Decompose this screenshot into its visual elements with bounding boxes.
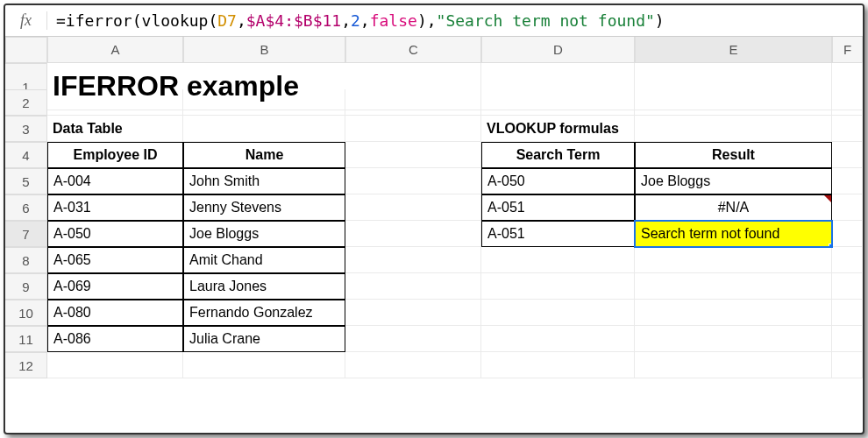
cell[interactable] [481, 326, 635, 352]
table-row[interactable]: A-050 [481, 168, 635, 194]
cell[interactable] [635, 273, 832, 300]
cell[interactable] [481, 300, 635, 326]
table-row[interactable]: Laura Jones [183, 273, 345, 300]
cell[interactable] [832, 116, 863, 142]
cell[interactable] [635, 89, 832, 116]
cell[interactable] [47, 89, 183, 116]
table-row[interactable]: A-050 [47, 221, 183, 247]
formula-paren: ( [208, 11, 217, 30]
cell[interactable] [832, 89, 863, 116]
selected-cell[interactable]: Search term not found [635, 221, 832, 247]
row-header-5[interactable]: 5 [5, 168, 47, 194]
cell[interactable] [345, 116, 481, 142]
section-label-data-table[interactable]: Data Table [47, 116, 183, 142]
cell[interactable] [832, 221, 863, 247]
formula-comma: , [237, 11, 246, 30]
result-na-cell[interactable]: #N/A [635, 194, 832, 221]
cell[interactable] [832, 300, 863, 326]
row-header-3[interactable]: 3 [5, 116, 47, 142]
cell[interactable] [345, 221, 481, 247]
col-header-C[interactable]: C [345, 37, 481, 63]
col-header-D[interactable]: D [481, 37, 635, 63]
col-header-A[interactable]: A [47, 37, 183, 63]
cell[interactable] [832, 273, 863, 300]
cell[interactable] [345, 300, 481, 326]
cell[interactable] [635, 116, 832, 142]
cell[interactable] [481, 247, 635, 273]
row-header-6[interactable]: 6 [5, 194, 47, 221]
section-label-vlookup[interactable]: VLOOKUP formulas [481, 116, 635, 142]
table-row[interactable]: A-051 [481, 194, 635, 221]
cell[interactable] [345, 273, 481, 300]
cell[interactable] [481, 273, 635, 300]
formula-arg-range: $A$4:$B$11 [246, 11, 341, 30]
col-header-E[interactable]: E [635, 37, 832, 63]
formula-paren: ) [417, 11, 427, 30]
table-header-employee-id[interactable]: Employee ID [47, 142, 183, 168]
cell[interactable] [345, 194, 481, 221]
table-header-result[interactable]: Result [635, 142, 832, 168]
table-row[interactable]: A-086 [47, 326, 183, 352]
cell[interactable] [345, 89, 481, 116]
table-header-search-term[interactable]: Search Term [481, 142, 635, 168]
table-row[interactable]: Amit Chand [183, 247, 345, 273]
table-row[interactable]: A-031 [47, 194, 183, 221]
col-header-B[interactable]: B [183, 37, 345, 63]
row-header-8[interactable]: 8 [5, 247, 47, 273]
row-header-12[interactable]: 12 [5, 352, 47, 378]
row-header-4[interactable]: 4 [5, 142, 47, 168]
table-row[interactable]: A-051 [481, 221, 635, 247]
cell[interactable] [47, 352, 183, 378]
row-header-10[interactable]: 10 [5, 300, 47, 326]
table-row[interactable]: Jenny Stevens [183, 194, 345, 221]
cell[interactable] [345, 247, 481, 273]
cell[interactable] [635, 247, 832, 273]
cell[interactable] [481, 89, 635, 116]
table-row[interactable]: A-004 [47, 168, 183, 194]
cell[interactable] [481, 352, 635, 378]
table-row[interactable]: Joe Bloggs [183, 221, 345, 247]
row-header-11[interactable]: 11 [5, 326, 47, 352]
cell[interactable] [832, 247, 863, 273]
formula-arg-num: 2 [351, 11, 360, 30]
table-row[interactable]: John Smith [183, 168, 345, 194]
cell[interactable] [832, 352, 863, 378]
formula-input[interactable]: =iferror(vlookup(D7,$A$4:$B$11,2,false),… [47, 11, 863, 30]
formula-eq: = [56, 11, 66, 30]
cell[interactable] [183, 116, 345, 142]
cell[interactable] [183, 89, 345, 116]
table-row[interactable]: Fernando Gonzalez [183, 300, 345, 326]
cell[interactable] [832, 326, 863, 352]
col-header-F[interactable]: F [832, 37, 863, 63]
cell[interactable] [345, 352, 481, 378]
selection-handle[interactable] [829, 244, 832, 247]
cell[interactable] [345, 168, 481, 194]
table-row[interactable]: A-069 [47, 273, 183, 300]
cell[interactable] [183, 352, 345, 378]
row-header-2[interactable]: 2 [5, 89, 47, 116]
cell[interactable] [635, 326, 832, 352]
formula-paren: ) [655, 11, 665, 30]
cell[interactable] [345, 326, 481, 352]
table-header-name[interactable]: Name [183, 142, 345, 168]
table-row[interactable]: Julia Crane [183, 326, 345, 352]
row-header-7[interactable]: 7 [5, 221, 47, 247]
table-row[interactable]: Joe Bloggs [635, 168, 832, 194]
cell[interactable] [635, 352, 832, 378]
formula-paren: ( [132, 11, 142, 30]
cell[interactable] [635, 300, 832, 326]
cell-grid[interactable]: A B C D E F 1 IFERROR example 2 3 Data T… [5, 37, 863, 378]
cell[interactable] [832, 142, 863, 168]
cell[interactable] [345, 142, 481, 168]
formula-comma: , [427, 11, 437, 30]
select-all-corner[interactable] [5, 37, 47, 63]
formula-bar: fx =iferror(vlookup(D7,$A$4:$B$11,2,fals… [5, 5, 863, 37]
cell[interactable] [832, 194, 863, 221]
formula-comma: , [341, 11, 351, 30]
row-header-9[interactable]: 9 [5, 273, 47, 300]
formula-fn-iferror: iferror [66, 11, 132, 30]
table-row[interactable]: A-065 [47, 247, 183, 273]
fx-icon[interactable]: fx [5, 11, 47, 30]
cell[interactable] [832, 168, 863, 194]
table-row[interactable]: A-080 [47, 300, 183, 326]
